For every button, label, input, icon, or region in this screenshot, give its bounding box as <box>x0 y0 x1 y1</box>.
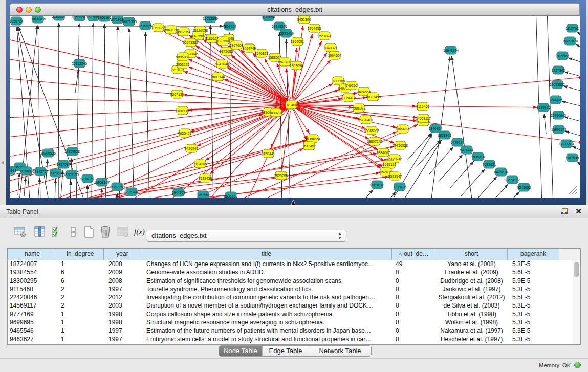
table-cell[interactable]: 2 <box>57 301 104 310</box>
float-panel-icon[interactable] <box>561 208 568 215</box>
table-cell[interactable]: 18300295 <box>8 277 57 285</box>
table-cell[interactable]: Investigating the contribution of common… <box>141 293 392 301</box>
table-cell[interactable]: 5.3E-5 <box>508 326 559 335</box>
table-cell[interactable]: 2009 <box>104 268 141 276</box>
table-cell[interactable]: 5.3E-5 <box>508 335 559 343</box>
table-cell[interactable]: 19384554 <box>8 268 57 276</box>
table-cell[interactable]: Jankovic et al. (1997) <box>435 285 508 293</box>
tab-node-table[interactable]: Node Table <box>219 346 263 356</box>
column-select-icon[interactable] <box>34 226 47 239</box>
table-cell[interactable]: 1 <box>57 326 104 335</box>
table-row[interactable]: 1872400712008Changes of HCN gene express… <box>8 260 573 268</box>
table-cell[interactable]: Yano et al. (2008) <box>435 260 508 268</box>
memory-status-icon[interactable] <box>574 362 581 368</box>
panel-collapse-arrow-icon[interactable] <box>1 161 4 165</box>
table-source-combobox[interactable]: citations_edges.txt ▲▼ <box>146 230 346 242</box>
table-cell[interactable]: 5.3E-5 <box>508 318 559 326</box>
new-table-icon[interactable] <box>83 226 96 239</box>
checklist-icon[interactable] <box>51 226 64 239</box>
table-cell[interactable]: Estimation of the future numbers of pati… <box>141 326 392 335</box>
table-cell[interactable]: 14569117 <box>8 301 57 310</box>
table-cell[interactable]: 9115460 <box>8 285 57 293</box>
table-cell[interactable]: 1 <box>57 335 104 343</box>
import-table-icon[interactable] <box>117 226 130 239</box>
table-cell[interactable]: 1 <box>57 310 104 318</box>
table-row[interactable]: 1456911722003Disruption of a novel membe… <box>8 301 573 310</box>
table-cell[interactable]: 5.3E-5 <box>508 301 559 310</box>
table-cell[interactable]: 6 <box>57 277 104 285</box>
table-cell[interactable]: 1997 <box>104 326 141 335</box>
column-header-year[interactable]: year <box>104 249 141 260</box>
table-row[interactable]: 1938455462009Genome-wide association stu… <box>8 268 573 276</box>
table-cell[interactable]: Hescheler et al. (1997) <box>435 335 508 343</box>
table-cell[interactable]: Stergiakouli et al. (2012) <box>435 293 508 301</box>
table-cell[interactable]: Tibbo et al. (1998) <box>435 310 508 318</box>
table-row[interactable]: 946554611997Estimation of the future num… <box>8 326 573 335</box>
table-row[interactable]: 1830029562008Estimation of significance … <box>8 277 573 285</box>
table-row[interactable]: 2242004622012Investigating the contribut… <box>8 293 573 301</box>
table-cell[interactable]: Nakamura et al. (1997) <box>435 326 508 335</box>
table-row[interactable]: 911546021997Tourette syndrome. Phenomeno… <box>8 285 573 293</box>
network-canvas[interactable]: 1872400718300295977716964975687462663624… <box>10 16 580 198</box>
table-panel-titlebar[interactable]: Table Panel ✕ <box>0 205 588 218</box>
table-cell[interactable]: 0 <box>392 335 435 343</box>
table-cell[interactable]: 5.5E-5 <box>508 293 559 301</box>
table-cell[interactable]: 9463627 <box>8 335 57 343</box>
table-cell[interactable]: 0 <box>392 326 435 335</box>
vertical-scrollbar[interactable] <box>573 260 580 344</box>
table-cell[interactable]: 2 <box>57 293 104 301</box>
close-panel-icon[interactable]: ✕ <box>575 207 582 216</box>
table-cell[interactable]: Corpus callosum shape and size in male p… <box>141 310 392 318</box>
table-cell[interactable]: 2 <box>57 285 104 293</box>
table-cell[interactable]: 1997 <box>104 335 141 343</box>
table-cell[interactable]: 9699695 <box>8 318 57 326</box>
table-cell[interactable]: 22420046 <box>8 293 57 301</box>
column-header-short[interactable]: short <box>435 249 508 260</box>
table-cell[interactable]: 18724007 <box>8 260 57 268</box>
table-cell[interactable]: 9465546 <box>8 326 57 335</box>
table-cell[interactable]: Changes of HCN gene expression and I(f) … <box>141 260 392 268</box>
table-cell[interactable]: 0 <box>392 293 435 301</box>
scrollbar-thumb[interactable] <box>574 262 579 277</box>
row-toggle-icon[interactable] <box>68 226 81 239</box>
column-header-pagerank[interactable]: pagerank <box>508 249 559 260</box>
table-cell[interactable]: 2008 <box>104 277 141 285</box>
table-cell[interactable]: 0 <box>392 277 435 285</box>
column-header-title[interactable]: title <box>141 249 392 260</box>
table-cell[interactable]: Franke et al. (2009) <box>435 268 508 276</box>
table-cell[interactable]: 2008 <box>104 260 141 268</box>
table-cell[interactable]: Structural magnetic resonance image aver… <box>141 318 392 326</box>
table-cell[interactable]: Estimation of significance thresholds fo… <box>141 277 392 285</box>
table-cell[interactable]: Tourette syndrome. Phenomenology and cla… <box>141 285 392 293</box>
delete-icon[interactable] <box>99 226 113 239</box>
table-cell[interactable]: 0 <box>392 285 435 293</box>
table-row[interactable]: 977716911998Corpus callosum shape and si… <box>8 310 573 318</box>
table-cell[interactable]: Genome-wide association studies in ADHD. <box>141 268 392 276</box>
window-titlebar[interactable]: citations_edges.txt <box>10 3 580 16</box>
tab-edge-table[interactable]: Edge Table <box>263 346 309 356</box>
table-cell[interactable]: 2012 <box>104 293 141 301</box>
table-cell[interactable]: Wolkin et al. (1998) <box>435 318 508 326</box>
table-cell[interactable]: 1998 <box>104 318 141 326</box>
table-cell[interactable]: 5.9E-5 <box>508 277 559 285</box>
column-header-out_de[interactable]: △ out_de… <box>392 249 435 260</box>
table-settings-icon[interactable] <box>14 226 28 239</box>
table-cell[interactable]: 6 <box>57 268 104 276</box>
table-cell[interactable]: 5.3E-5 <box>508 260 559 268</box>
table-cell[interactable]: 9777169 <box>8 310 57 318</box>
canvas-resize-grip-icon[interactable] <box>569 186 577 194</box>
table-cell[interactable]: 5.3E-5 <box>508 285 559 293</box>
table-cell[interactable]: 1 <box>57 318 104 326</box>
table-cell[interactable]: 49 <box>392 260 435 268</box>
table-cell[interactable]: 0 <box>392 318 435 326</box>
table-cell[interactable]: Disruption of a novel member of a sodium… <box>141 301 392 310</box>
table-cell[interactable]: 1998 <box>104 310 141 318</box>
table-cell[interactable]: 1 <box>57 260 104 268</box>
table-cell[interactable]: 1997 <box>104 285 141 293</box>
table-cell[interactable]: 5.3E-5 <box>508 310 559 318</box>
column-header-name[interactable]: name <box>8 249 57 260</box>
table-cell[interactable]: 0 <box>392 301 435 310</box>
table-cell[interactable]: 0 <box>392 310 435 318</box>
table-cell[interactable]: 5.6E-5 <box>508 268 559 276</box>
column-header-in_degree[interactable]: in_degree <box>57 249 104 260</box>
